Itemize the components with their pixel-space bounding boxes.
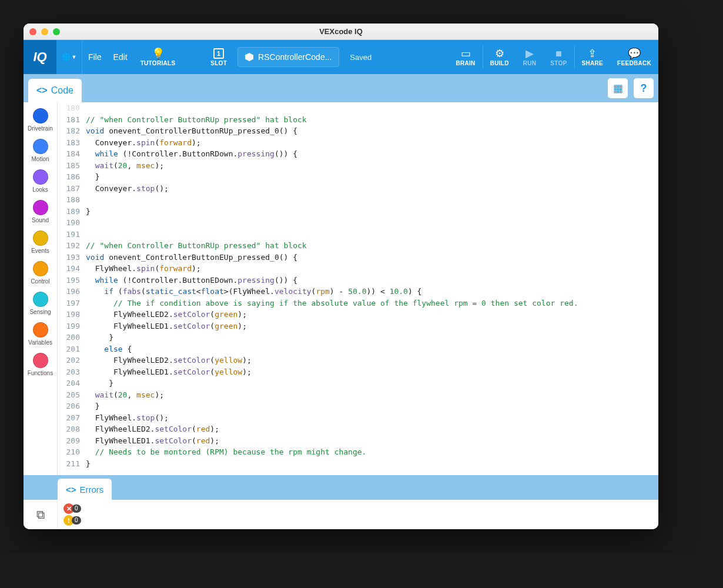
slot-button[interactable]: 1 SLOT <box>203 40 234 74</box>
category-dot-icon <box>33 169 48 185</box>
tab-code[interactable]: <> Code <box>28 79 82 102</box>
palette-label: Drivetrain <box>28 125 53 132</box>
tab-bar: <> Code ▦ ? <box>24 74 658 102</box>
category-dot-icon <box>33 108 48 123</box>
lightbulb-icon: 💡 <box>152 48 165 59</box>
palette-sound[interactable]: Sound <box>24 198 57 228</box>
palette-label: Sound <box>32 217 49 223</box>
palette-control[interactable]: Control <box>24 259 57 289</box>
palette-drivetrain[interactable]: Drivetrain <box>24 106 57 136</box>
status-bar: ⧉ ✕ 0 ! 0 <box>24 500 658 529</box>
brain-icon: ▭ <box>461 48 471 59</box>
code-icon: <> <box>66 485 76 495</box>
palette-looks[interactable]: Looks <box>24 167 57 198</box>
palette-label: Variables <box>28 339 52 346</box>
error-count: 0 <box>72 505 81 513</box>
brain-button[interactable]: ▭ BRAIN <box>448 40 482 74</box>
palette-events[interactable]: Events <box>24 228 57 259</box>
palette-motion[interactable]: Motion <box>24 136 57 167</box>
palette-label: Control <box>31 278 49 285</box>
code-icon: <> <box>36 85 48 96</box>
category-dot-icon <box>33 139 48 154</box>
feedback-icon: 💬 <box>628 48 641 59</box>
window-title: VEXcode IQ <box>24 27 658 36</box>
palette-label: Looks <box>32 186 48 193</box>
share-icon: ⇪ <box>588 48 597 59</box>
filename-label: RSControllerCode... <box>258 52 332 62</box>
zoom-icon[interactable] <box>53 28 60 35</box>
warning-count-badge[interactable]: ! 0 <box>63 515 81 526</box>
play-icon: ▶ <box>525 48 534 59</box>
palette-sensing[interactable]: Sensing <box>24 289 57 320</box>
globe-icon: 🌐 <box>62 53 71 61</box>
category-dot-icon <box>33 322 48 338</box>
chevron-down-icon: ▼ <box>72 54 77 60</box>
category-dot-icon <box>33 230 48 246</box>
feedback-button[interactable]: 💬 FEEDBACK <box>610 40 658 74</box>
language-menu[interactable]: 🌐▼ <box>56 40 82 74</box>
devices-button[interactable]: ▦ <box>608 78 628 98</box>
palette-variables[interactable]: Variables <box>24 320 57 350</box>
build-button[interactable]: ⚙ BUILD <box>483 40 516 74</box>
code-area[interactable]: // "when Controller ButtonRUp pressed" h… <box>86 102 658 475</box>
category-dot-icon <box>33 353 48 368</box>
help-button[interactable]: ? <box>634 78 654 98</box>
tutorials-button[interactable]: 💡 TUTORIALS <box>133 40 183 74</box>
slot-icon: 1 <box>213 48 224 59</box>
file-menu[interactable]: File <box>82 40 108 74</box>
palette-functions[interactable]: Functions <box>24 350 57 381</box>
collapse-icon: ⧉ <box>36 508 45 522</box>
app-window: VEXcode IQ IQ 🌐▼ File Edit 💡 TUTORIALS 1… <box>24 24 658 529</box>
category-dot-icon <box>33 200 48 215</box>
stop-icon: ■ <box>555 48 562 59</box>
toolbar: IQ 🌐▼ File Edit 💡 TUTORIALS 1 SLOT RSCon… <box>24 40 658 74</box>
errors-tab-bar: <> Errors <box>24 475 658 500</box>
tab-code-label: Code <box>51 85 73 96</box>
minimize-icon[interactable] <box>41 28 48 35</box>
tab-errors-label: Errors <box>80 485 104 495</box>
window-controls <box>29 28 60 35</box>
category-dot-icon <box>33 261 48 276</box>
tab-errors[interactable]: <> Errors <box>58 479 112 500</box>
edit-menu[interactable]: Edit <box>108 40 133 74</box>
palette-label: Motion <box>31 156 49 162</box>
palette-label: Functions <box>28 370 53 376</box>
main-area: DrivetrainMotionLooksSoundEventsControlS… <box>24 102 658 475</box>
hexagon-icon <box>245 53 253 61</box>
save-status: Saved <box>343 40 379 74</box>
filename-chip[interactable]: RSControllerCode... <box>237 47 339 67</box>
blocks-palette: DrivetrainMotionLooksSoundEventsControlS… <box>24 102 58 475</box>
palette-label: Sensing <box>29 309 51 315</box>
help-icon: ? <box>641 82 647 95</box>
chip-icon: ▦ <box>613 82 623 95</box>
line-gutter: 1801811821831841851861871881891901911921… <box>58 102 86 475</box>
category-dot-icon <box>33 292 48 307</box>
run-button[interactable]: ▶ RUN <box>516 40 544 74</box>
error-count-badge[interactable]: ✕ 0 <box>63 503 81 514</box>
close-icon[interactable] <box>29 28 36 35</box>
warning-count: 0 <box>72 516 81 524</box>
titlebar: VEXcode IQ <box>24 24 658 40</box>
stop-button[interactable]: ■ STOP <box>543 40 574 74</box>
share-button[interactable]: ⇪ SHARE <box>575 40 611 74</box>
app-logo[interactable]: IQ <box>24 40 56 74</box>
code-editor[interactable]: 1801811821831841851861871881891901911921… <box>58 102 658 475</box>
collapse-palette-button[interactable]: ⧉ <box>24 500 58 529</box>
palette-label: Events <box>31 248 49 254</box>
build-icon: ⚙ <box>495 48 504 59</box>
